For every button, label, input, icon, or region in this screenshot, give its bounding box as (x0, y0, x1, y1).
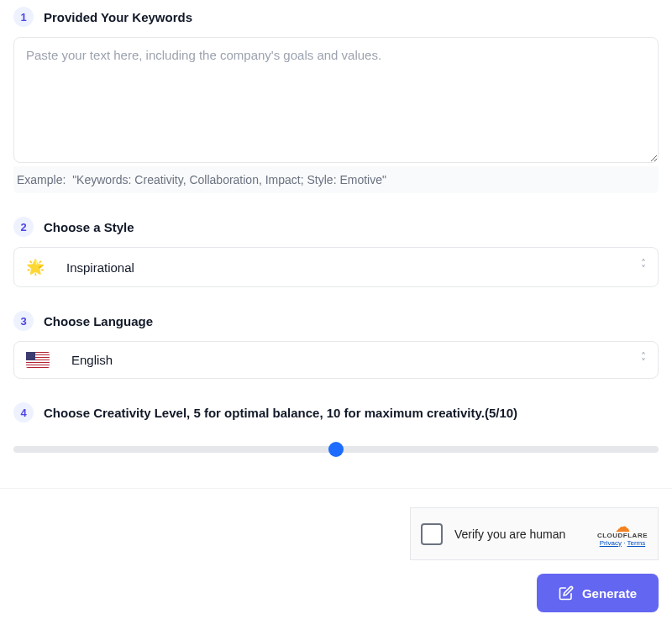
step-header-2: 2 Choose a Style (13, 217, 659, 237)
generate-button-label: Generate (582, 586, 637, 601)
step-title-3: Choose Language (44, 314, 153, 328)
bottom-row: Verify you are human ☁ CLOUDFLARE Privac… (13, 507, 659, 612)
step-number-2: 2 (13, 217, 34, 237)
style-select[interactable]: 🌟 Inspirational ˄˅ (13, 247, 659, 287)
us-flag-icon (26, 352, 50, 368)
language-select[interactable]: English ˄˅ (13, 341, 659, 379)
step-title-4: Choose Creativity Level, 5 for optimal b… (44, 406, 517, 420)
step-title-1: Provided Your Keywords (44, 10, 192, 24)
captcha-brand: ☁ CLOUDFLARE Privacy · Terms (597, 522, 648, 547)
step-header-3: 3 Choose Language (13, 311, 659, 331)
divider (0, 488, 672, 489)
creativity-slider[interactable] (13, 446, 659, 453)
captcha-links: Privacy · Terms (600, 539, 646, 547)
section-keywords: 1 Provided Your Keywords Example: "Keywo… (13, 7, 659, 193)
style-selected-label: Inspirational (66, 260, 134, 275)
captcha-terms-link[interactable]: Terms (627, 539, 645, 547)
chevron-updown-icon: ˄˅ (641, 354, 646, 366)
step-number-1: 1 (13, 7, 34, 27)
captcha-brand-name: CLOUDFLARE (597, 532, 648, 539)
step-number-4: 4 (13, 402, 34, 422)
step-number-3: 3 (13, 311, 34, 331)
example-label: Example: (17, 173, 66, 186)
captcha-privacy-link[interactable]: Privacy (600, 539, 622, 547)
step-header-4: 4 Choose Creativity Level, 5 for optimal… (13, 402, 659, 422)
captcha-checkbox[interactable] (421, 523, 443, 545)
keywords-textarea[interactable] (13, 37, 659, 163)
example-text: "Keywords: Creativity, Collaboration, Im… (72, 173, 386, 186)
chevron-updown-icon: ˄˅ (641, 261, 646, 273)
section-language: 3 Choose Language English ˄˅ (13, 311, 659, 379)
step-header-1: 1 Provided Your Keywords (13, 7, 659, 27)
step-title-2: Choose a Style (44, 220, 134, 234)
language-selected-label: English (71, 353, 113, 367)
creativity-slider-wrap (13, 433, 659, 464)
captcha-text: Verify you are human (454, 527, 585, 541)
edit-icon (559, 585, 574, 601)
section-creativity: 4 Choose Creativity Level, 5 for optimal… (13, 402, 659, 464)
star-icon: 🌟 (26, 258, 45, 276)
example-hint: Example: "Keywords: Creativity, Collabor… (13, 166, 659, 193)
cloud-icon: ☁ (615, 522, 630, 532)
section-style: 2 Choose a Style 🌟 Inspirational ˄˅ (13, 217, 659, 287)
captcha-widget[interactable]: Verify you are human ☁ CLOUDFLARE Privac… (410, 507, 659, 560)
generate-button[interactable]: Generate (537, 574, 659, 612)
